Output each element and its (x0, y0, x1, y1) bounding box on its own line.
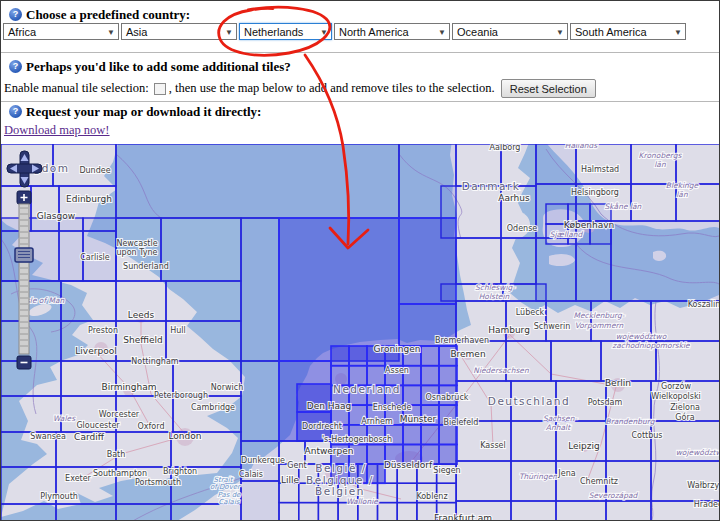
tile[interactable] (1, 321, 61, 361)
tile[interactable] (511, 461, 556, 501)
map-label: Southampton (93, 469, 147, 478)
tile[interactable] (116, 504, 171, 520)
tile[interactable] (279, 503, 299, 520)
zoom-out-button[interactable] (17, 356, 31, 369)
map-label: London (169, 431, 202, 441)
map-label: Antwerpen (305, 446, 354, 456)
country-dropdown-south-america[interactable]: South America▼ (570, 23, 686, 40)
tile[interactable] (456, 461, 511, 501)
selected-tile[interactable] (403, 425, 421, 445)
map-label: Gent (287, 461, 306, 470)
selected-tile[interactable] (421, 346, 439, 366)
tile[interactable] (116, 144, 399, 218)
selected-tile[interactable] (279, 218, 399, 361)
reset-selection-button[interactable]: Reset Selection (501, 79, 596, 98)
tile[interactable] (456, 341, 506, 381)
tile[interactable] (1, 218, 83, 281)
manual-selection-checkbox[interactable] (154, 83, 166, 95)
map-label: Aarhus (498, 193, 530, 203)
map-label: Halmstad (581, 165, 619, 174)
tile[interactable] (171, 504, 241, 520)
chevron-down-icon: ▼ (438, 28, 446, 37)
help-icon[interactable]: ? (9, 60, 22, 73)
download-map-link[interactable]: Download map now! (4, 123, 110, 138)
tile[interactable] (61, 281, 116, 321)
tile[interactable] (611, 221, 719, 301)
tile[interactable] (299, 503, 319, 520)
tile[interactable] (318, 503, 338, 520)
tile[interactable] (456, 301, 506, 341)
tile[interactable] (1, 504, 56, 520)
map-label: Jena (557, 469, 575, 478)
map-label: Hallands (565, 144, 599, 150)
tile[interactable] (511, 501, 556, 520)
tile-selection-map[interactable]: KingdomDundeeEdinburghGlasgowCarlisleNew… (1, 144, 719, 520)
selected-tile[interactable] (421, 425, 439, 445)
tile[interactable] (606, 421, 651, 461)
help-icon[interactable]: ? (9, 8, 22, 21)
map-label: Edinburgh (66, 194, 112, 204)
tile[interactable] (506, 341, 551, 381)
selected-tile[interactable] (367, 445, 385, 465)
tile[interactable] (161, 218, 241, 281)
map-label: Leeds (128, 310, 155, 320)
selected-tile[interactable] (349, 346, 367, 366)
selected-tile[interactable] (439, 425, 457, 445)
map-label: Odense (507, 224, 538, 233)
zoom-in-button[interactable] (17, 191, 31, 204)
tile[interactable] (56, 504, 116, 520)
tile[interactable] (241, 481, 279, 520)
map-label: of Dover (210, 483, 241, 491)
tile[interactable] (576, 144, 631, 184)
tile[interactable] (506, 301, 546, 341)
country-dropdown-africa[interactable]: Africa▼ (3, 23, 119, 40)
selected-tile[interactable] (421, 366, 439, 386)
tile[interactable] (241, 218, 279, 361)
map-label: Wallonie (346, 497, 379, 506)
map-label: Arnhem (361, 417, 393, 426)
tile[interactable] (556, 501, 606, 520)
help-icon[interactable]: ? (9, 105, 22, 118)
map-label: Brighton (163, 467, 197, 476)
map-label: Brandenburg (606, 417, 656, 426)
tile[interactable] (241, 361, 279, 441)
tile[interactable] (378, 483, 398, 502)
zoom-slider-handle[interactable] (15, 248, 33, 262)
map-label: Berlin (605, 378, 631, 388)
section-title-tiles: Perhaps you'd like to add some additiona… (26, 59, 291, 75)
tile[interactable] (173, 396, 241, 432)
tile[interactable] (456, 238, 501, 284)
selected-tile[interactable] (439, 445, 457, 465)
map-label: Hradec (694, 500, 719, 509)
tile[interactable] (501, 238, 536, 284)
section-title-request: Request your map or download it directly… (26, 104, 261, 120)
map-label: Swansea (30, 432, 66, 441)
tile[interactable] (279, 483, 299, 502)
map-label: Newcastle (116, 239, 157, 248)
tile[interactable] (606, 501, 651, 520)
tile[interactable] (397, 483, 417, 502)
tile[interactable] (378, 503, 398, 520)
country-dropdown-asia[interactable]: Asia▼ (121, 23, 237, 40)
tile[interactable] (676, 144, 719, 184)
tile[interactable] (397, 503, 417, 520)
map-label: Enschede (373, 403, 412, 412)
tile[interactable] (83, 218, 116, 281)
map-label: Koszalin (688, 300, 719, 309)
chevron-down-icon: ▼ (674, 28, 682, 37)
map-label: Wałbrzych (687, 481, 719, 490)
country-dropdown-oceania[interactable]: Oceania▼ (452, 23, 568, 40)
country-dropdown-netherlands[interactable]: Netherlands▼ (239, 23, 332, 40)
map-label: Koblenz (416, 492, 447, 501)
tile[interactable] (536, 238, 576, 301)
selected-tile[interactable] (331, 346, 349, 366)
tile[interactable] (551, 341, 601, 381)
tile[interactable] (536, 144, 576, 184)
tile[interactable] (166, 281, 241, 321)
map-label: Kassel (480, 441, 506, 450)
country-dropdown-north-america[interactable]: North America▼ (334, 23, 450, 40)
divider (1, 52, 719, 53)
selected-tile[interactable] (439, 366, 457, 386)
map-label: Oxford (138, 422, 165, 431)
tile[interactable] (441, 186, 501, 238)
